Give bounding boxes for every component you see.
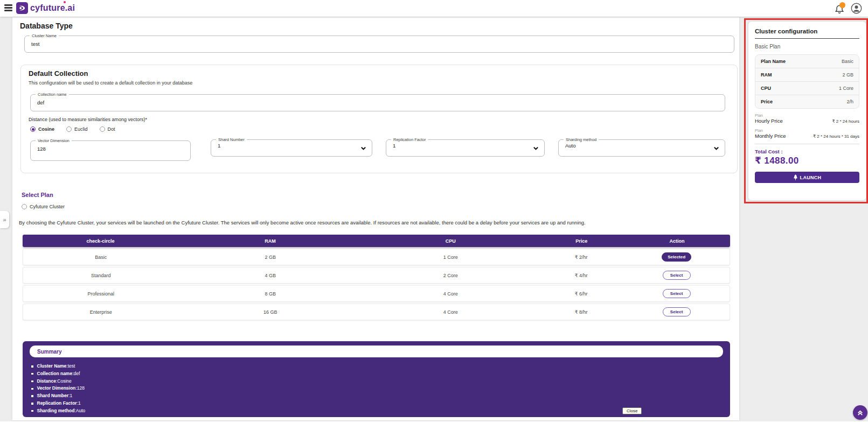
shard-number-select[interactable]: Shard Number 1 [211, 137, 372, 157]
sharding-method-select[interactable]: Sharding method Auto [558, 137, 725, 157]
logo[interactable]: cyfuture.ai [16, 2, 75, 14]
bottom-strip [0, 421, 868, 430]
select-plan-button[interactable]: Select [663, 307, 691, 316]
top-header: cyfuture.ai [0, 0, 868, 17]
select-plan-button[interactable]: Select [663, 289, 691, 298]
shard-number-label: Shard Number [216, 137, 247, 142]
cluster-configuration-panel: Cluster configuration Basic Plan Plan Na… [748, 22, 866, 200]
detail-row-ram: RAM2 GB [755, 68, 859, 82]
plan-cpu: 2 Core [362, 273, 539, 278]
sidebar-expand-handle[interactable]: » [0, 211, 9, 228]
bullet-icon [31, 380, 33, 383]
selected-plan-button[interactable]: Selected [662, 252, 691, 262]
plan-price: ₹ 8/hr [539, 309, 623, 315]
plan-ram: 8 GB [178, 291, 362, 297]
plan-cpu: 4 Core [362, 309, 539, 315]
radio-cosine[interactable]: Cosine [30, 126, 54, 132]
cluster-name-input[interactable] [25, 40, 663, 47]
main-content-card: Database Type Cluster Name Default Colle… [12, 17, 739, 420]
plan-cpu: 4 Core [362, 291, 539, 297]
summary-item: Sharding method : Auto [31, 407, 85, 415]
summary-title-bar: Summary [30, 346, 723, 357]
notification-badge [839, 2, 845, 8]
default-collection-title: Default Collection [29, 69, 88, 77]
summary-item: Vector Dimension : 128 [31, 385, 85, 392]
bullet-icon [31, 365, 33, 368]
radio-cyfuture-cluster[interactable]: Cyfuture Cluster [22, 204, 65, 209]
select-plan-button[interactable]: Select [663, 271, 691, 280]
radio-dot[interactable]: Dot [100, 126, 115, 132]
plan-price: ₹ 2/hr [539, 255, 623, 260]
chevron-right-icon: » [3, 216, 6, 223]
plans-table: check-circle RAM CPU Price Action Basic … [23, 235, 730, 320]
plan-price: ₹ 6/hr [539, 291, 623, 297]
select-plan-title: Select Plan [22, 192, 53, 198]
distance-label: Distance (used to measure similarities a… [29, 117, 147, 122]
plan-name: Professional [23, 291, 178, 297]
header-check-circle: check-circle [23, 238, 178, 244]
close-button[interactable]: Close [622, 407, 642, 414]
summary-item: Cluster Name : test [31, 363, 85, 370]
chevron-down-icon [713, 145, 719, 151]
logo-icon [16, 2, 28, 14]
header-ram: RAM [178, 238, 362, 244]
radio-unselected-icon [22, 204, 27, 209]
launch-button[interactable]: LAUNCH [755, 172, 859, 183]
table-row-enterprise: Enterprise 16 GB 4 Core ₹ 8/hr Select [23, 304, 730, 320]
collection-name-label: Collection name [36, 92, 69, 97]
header-action: Action [624, 238, 730, 244]
sharding-method-label: Sharding method [564, 137, 599, 142]
vector-dimension-field[interactable]: Vector Dimension [30, 138, 191, 161]
summary-list: Cluster Name : test Collection name : de… [31, 363, 85, 415]
hourly-price-block: Plan Hourly Price ₹ 2 * 24 hours [755, 113, 859, 124]
plan-cpu: 1 Core [362, 255, 539, 260]
shard-number-value: 1 [211, 142, 372, 149]
header-cpu: CPU [362, 238, 539, 244]
bullet-icon [31, 388, 33, 390]
rocket-icon [793, 174, 798, 180]
summary-panel: Summary Cluster Name : test Collection n… [23, 341, 730, 417]
vector-dimension-input[interactable] [31, 145, 174, 152]
radio-euclid[interactable]: Euclid [66, 126, 88, 132]
logo-accent-dot [64, 1, 66, 3]
user-avatar-icon[interactable] [851, 3, 862, 14]
summary-item: Shard Number : 1 [31, 392, 85, 400]
collection-name-field[interactable]: Collection name [30, 92, 725, 111]
replication-factor-value: 1 [386, 142, 544, 149]
total-cost-label: Total Cost : [755, 149, 859, 154]
monthly-price-block: Plan Monthly Price ₹ 2 * 24 hours * 31 d… [755, 128, 859, 139]
scroll-to-top-button[interactable] [853, 405, 867, 420]
select-plan-description: By choosing the Cyfuture Cluster, your s… [19, 220, 735, 225]
bullet-icon [31, 403, 33, 405]
launch-label: LAUNCH [800, 175, 822, 180]
plans-table-header: check-circle RAM CPU Price Action [23, 235, 730, 247]
table-row-basic: Basic 2 GB 1 Core ₹ 2/hr Selected [23, 249, 730, 265]
notification-bell-icon[interactable] [834, 4, 845, 15]
default-collection-section: Default Collection This configuration wi… [20, 65, 738, 173]
header-price: Price [539, 238, 624, 244]
cluster-name-label: Cluster Name [30, 33, 59, 38]
plan-name: Basic [23, 255, 178, 260]
chevron-down-icon [533, 145, 539, 151]
logo-text: cyfuture.ai [30, 3, 75, 13]
detail-row-cpu: CPU1 Core [755, 82, 859, 95]
detail-row-price: Price2/h [755, 95, 859, 108]
selected-plan-label: Basic Plan [755, 44, 859, 50]
replication-factor-select[interactable]: Replication Factor 1 [386, 137, 545, 157]
bullet-icon [31, 395, 33, 397]
plan-ram: 2 GB [178, 255, 362, 260]
collection-name-input[interactable] [31, 99, 655, 105]
plan-details-card: Plan NameBasic RAM2 GB CPU1 Core Price2/… [755, 54, 859, 109]
bullet-icon [31, 373, 33, 375]
cluster-configuration-title: Cluster configuration [755, 28, 859, 39]
cluster-name-field[interactable]: Cluster Name [24, 33, 734, 53]
double-chevron-up-icon [857, 409, 864, 416]
hamburger-menu-icon[interactable] [4, 4, 12, 11]
bullet-icon [31, 410, 33, 412]
summary-item: Collection name : def [31, 370, 85, 378]
plan-ram: 16 GB [178, 309, 362, 315]
radio-unselected-icon [100, 126, 105, 132]
radio-selected-icon [30, 126, 36, 132]
plan-name: Standard [23, 273, 178, 278]
summary-item: Replication Factor : 1 [31, 400, 85, 407]
